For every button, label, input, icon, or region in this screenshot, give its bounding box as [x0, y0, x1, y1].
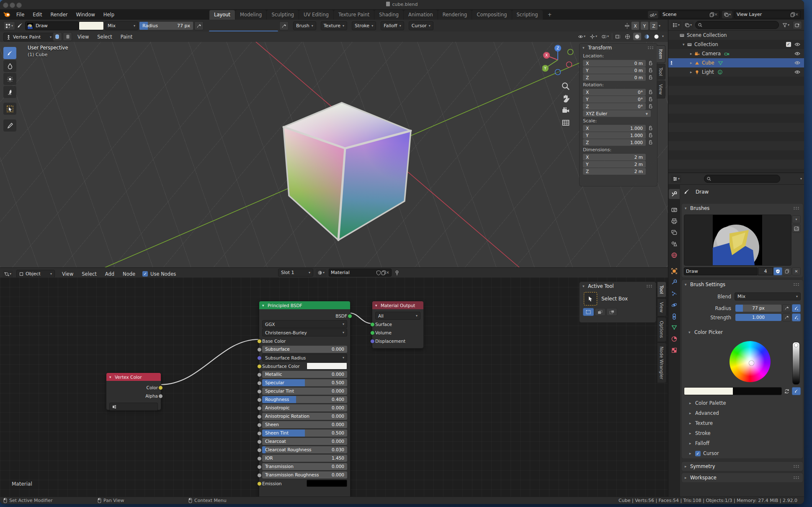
brush-color-swatch[interactable] [79, 21, 104, 30]
socket-color[interactable] [158, 385, 163, 390]
unlock-icon[interactable] [648, 75, 653, 80]
socket-transmission-roughness[interactable] [257, 473, 262, 478]
slider-ior[interactable]: IOR1.450 [262, 455, 347, 462]
outliner-row-scene-collection[interactable]: Scene Collection [668, 31, 804, 40]
brush-preview-dropdown-button[interactable]: ▾ [792, 215, 801, 223]
visibility-toggle[interactable] [794, 61, 800, 65]
lock-icon[interactable] [648, 90, 653, 95]
shader-editor-canvas[interactable]: ▾Vertex Color ColorAlpha ▾Principled BSD… [0, 277, 668, 497]
properties-tab-constraints[interactable] [669, 311, 680, 321]
socket-anisotropic[interactable] [257, 406, 262, 411]
tool-button-annotate[interactable] [3, 119, 16, 132]
socket-anisotropic-rotation[interactable] [257, 414, 262, 419]
swap-colors-icon[interactable] [784, 388, 790, 394]
active-brush-field[interactable]: Draw [25, 21, 79, 30]
visibility-toggle[interactable] [794, 52, 800, 56]
brush-icon-button[interactable] [17, 21, 23, 29]
view-layer-name-field[interactable]: View Layer ✕ [735, 10, 801, 18]
socket-clearcoat[interactable] [257, 440, 262, 444]
socket-sheen-tint[interactable] [257, 431, 262, 436]
socket-ior[interactable] [257, 456, 262, 461]
transform-field-location-y[interactable]: Y0 m [583, 67, 646, 74]
slider-transmission-roughness[interactable]: Transmission Roughness0.000 [262, 471, 347, 479]
tool-dropdown-brush[interactable]: Brush▾ [293, 21, 316, 30]
material-name-field[interactable]: Material ✕ [329, 269, 392, 277]
mirror-y-toggle[interactable]: Y [640, 21, 649, 30]
brush-name-field[interactable]: Draw [684, 267, 758, 275]
unlock-icon[interactable] [648, 61, 653, 66]
cursor-checkbox[interactable]: ✓ [695, 451, 701, 456]
socket-subsurface[interactable] [257, 347, 262, 352]
shader-type-dropdown[interactable]: Object▾ [16, 270, 55, 278]
tool-button-blur[interactable] [3, 60, 16, 72]
slider-roughness[interactable]: Roughness0.400 [262, 396, 347, 403]
brushes-panel-header[interactable]: ▾Brushes [682, 204, 803, 212]
color-swatch-emission[interactable] [307, 480, 347, 487]
viewport-menu-view[interactable]: View [74, 33, 93, 41]
unlink-scene-icon[interactable]: ✕ [714, 12, 718, 17]
eye-icon[interactable] [794, 42, 800, 47]
properties-tab-object[interactable] [669, 266, 680, 276]
mirror-z-toggle[interactable]: Z [650, 21, 658, 30]
socket-displacement[interactable] [370, 339, 375, 344]
properties-tab-physics[interactable] [669, 300, 680, 310]
properties-tab-world[interactable] [669, 250, 680, 260]
lock-icon[interactable] [648, 126, 653, 131]
radius-slider[interactable]: Radius 77 px [139, 21, 193, 30]
camera-view-icon[interactable] [561, 106, 570, 115]
slider-specular[interactable]: Specular0.500 [262, 379, 347, 386]
panel-drag-dots[interactable] [647, 46, 654, 49]
material-output-node[interactable]: ▾Material Output All▾SurfaceVolumeDispla… [372, 301, 424, 349]
editor-type-button[interactable]: ▾ [3, 270, 13, 278]
fake-user-shield-icon[interactable] [376, 270, 381, 275]
shader-menu-add[interactable]: Add [101, 270, 118, 278]
properties-search-input[interactable] [704, 175, 780, 183]
workspace-tab-scripting[interactable]: Scripting [512, 10, 543, 20]
strength-slider[interactable]: 1.000 [735, 314, 781, 321]
properties-tab-output[interactable] [669, 216, 680, 226]
face-mask-toggle[interactable] [53, 32, 62, 41]
properties-tab-texture[interactable] [669, 345, 680, 355]
material-slot-dropdown[interactable]: Slot 1▾ [278, 269, 313, 277]
socket-volume[interactable] [370, 331, 375, 335]
mode-dropdown[interactable]: Vertex Paint▾ [3, 33, 54, 41]
scene-browse-button[interactable]: ▾ [648, 11, 658, 18]
expand-expand-icon[interactable]: ▸ [690, 61, 693, 65]
slider-anisotropic[interactable]: Anisotropic0.000 [262, 404, 347, 411]
brush-icon-browse-button[interactable] [792, 225, 801, 233]
tool-dropdown-cursor[interactable]: Cursor▾ [409, 21, 433, 30]
socket-subsurface-color[interactable] [257, 364, 262, 369]
radius-slider[interactable]: 77 px [735, 305, 781, 312]
properties-tab-tool[interactable] [669, 189, 680, 199]
transform-field-dimensions-x[interactable]: X2 m [583, 154, 646, 160]
workspace-tab-animation[interactable]: Animation [404, 10, 438, 20]
view-layer-browse-button[interactable]: ▾ [722, 11, 732, 18]
slider-clearcoat-roughness[interactable]: Clearcoat Roughness0.030 [262, 446, 347, 453]
unlock-icon[interactable] [648, 104, 653, 109]
lock-icon[interactable] [648, 75, 653, 80]
vertex-mask-toggle[interactable] [63, 32, 72, 41]
select-mode-set-button[interactable] [583, 308, 594, 316]
tool-dropdown-stroke[interactable]: Stroke▾ [352, 21, 376, 30]
tool-button-smear[interactable] [3, 86, 16, 98]
expand-expand-icon[interactable]: ▸ [690, 52, 693, 56]
workspace-tab-modeling[interactable]: Modeling [235, 10, 266, 20]
transform-field-rotation-y[interactable]: Y0° [583, 96, 646, 103]
workspace-tab-layout[interactable]: Layout [209, 10, 235, 20]
shader-tab-node-wrangler[interactable]: Node Wrangler [657, 343, 666, 383]
color-wheel-cursor[interactable] [749, 361, 754, 365]
navigation-gizmo[interactable]: Z X Y [542, 44, 575, 77]
use-nodes-toggle[interactable]: ✓ Use Nodes [142, 271, 176, 277]
lock-icon[interactable] [648, 61, 653, 66]
slider-clearcoat[interactable]: Clearcoat0.000 [262, 438, 347, 445]
vertex-color-node[interactable]: ▾Vertex Color ColorAlpha [106, 372, 161, 410]
eye-icon[interactable] [794, 70, 800, 74]
dropdown-christensen-burley[interactable]: Christensen-Burley▾ [262, 329, 347, 336]
viewport-menu-select[interactable]: Select [93, 33, 116, 41]
transform-field-scale-x[interactable]: X1.000 [583, 125, 646, 132]
viewport-menu-paint[interactable]: Paint [117, 33, 136, 41]
socket-emission[interactable] [257, 481, 262, 486]
socket-specular[interactable] [257, 381, 262, 385]
slider-transmission[interactable]: Transmission0.000 [262, 463, 347, 470]
properties-tab-modifiers[interactable] [669, 277, 680, 287]
